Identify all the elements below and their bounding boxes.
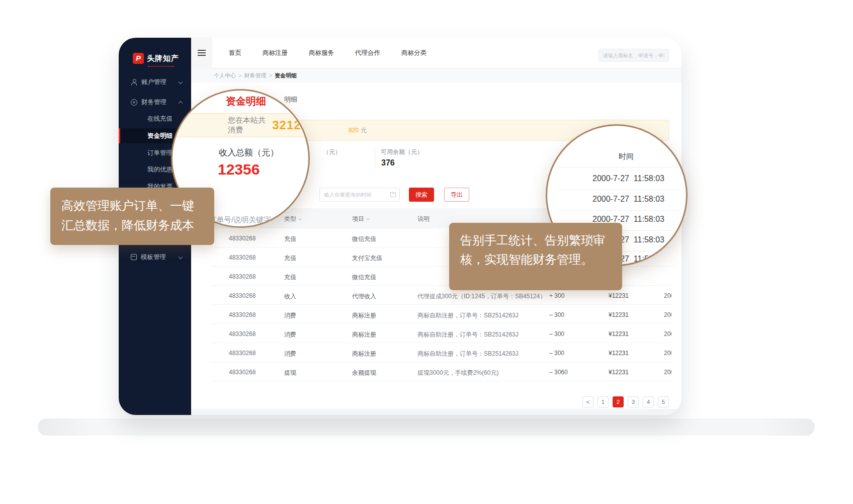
logo-tagline: [148, 66, 174, 67]
magnified-column-header: 订单号/说明关键字: [209, 215, 271, 225]
calendar-icon[interactable]: [390, 192, 396, 197]
banner-tail-value: 820: [349, 127, 359, 134]
chevron-up-icon: [179, 101, 183, 105]
cell-type: 消费: [284, 311, 296, 320]
time-query-input[interactable]: [320, 188, 386, 201]
breadcrumb-separator: >: [238, 72, 241, 78]
cell-time: 2000-7-27 11:58:03: [664, 330, 671, 338]
cell-desc: 商标自助注册，订单号：SB2514263J: [417, 350, 519, 358]
magnified-banner: 您在本站共消费 32124: [173, 113, 308, 137]
table-row: 48330268消费商标注册商标自助注册，订单号：SB2514263J– 300…: [211, 324, 671, 343]
table-row: 48330268消费商标注册商标自助注册，订单号：SB2514263J– 300…: [211, 343, 671, 362]
callout-left: 高效管理账户订单、一键汇总数据，降低财务成本: [50, 188, 214, 245]
coin-icon: ¥: [131, 99, 137, 106]
cell-type: 消费: [284, 350, 296, 358]
cell-project: 商标注册: [352, 350, 376, 358]
cell-desc: 提现3000元，手续费2%(60元): [417, 369, 498, 377]
tab-fragment[interactable]: 明细: [284, 95, 297, 104]
table-row: 48330268提现余额提现提现3000元，手续费2%(60元)– 3060¥1…: [211, 362, 671, 381]
cell-balance: ¥12231: [609, 330, 629, 338]
laptop-base: [38, 418, 815, 436]
stats-divider: [375, 146, 375, 167]
chevron-down-icon: [179, 255, 183, 259]
divider: [557, 210, 679, 211]
cell-order: 48330268: [229, 330, 255, 338]
cell-order: 48330268: [229, 311, 255, 318]
page: P 头牌知产 账户管理¥财务管理在线充值资金明细订单管理我的优惠券我的发票模板管…: [0, 0, 853, 504]
breadcrumb-item-财务管理[interactable]: 财务管理: [244, 72, 266, 79]
cell-time: 2000-7-27 11:58:03: [664, 292, 671, 299]
topnav-item-商标分类[interactable]: 商标分类: [391, 49, 437, 57]
balance-label: 可用余额（元）: [381, 148, 423, 156]
cell-time: 2000-7-27 11:58:03: [664, 369, 671, 376]
cell-time: 2000-7-27 11:58:03: [664, 350, 671, 357]
cell-type: 充值: [284, 235, 296, 243]
pagination: <12345: [191, 396, 669, 407]
top-navbar: 首页商标注册商标服务代理合作商标分类: [191, 38, 681, 68]
pagination-page-5[interactable]: 5: [658, 396, 669, 407]
topnav-menu: 首页商标注册商标服务代理合作商标分类: [218, 38, 437, 68]
cell-balance: ¥12231: [609, 292, 629, 299]
logo-text: 头牌知产: [147, 54, 179, 63]
cell-project: 代理收入: [352, 292, 376, 301]
cell-balance: ¥12231: [609, 311, 629, 318]
banner-unit: 元: [361, 126, 367, 135]
sidebar-group-模板管理[interactable]: 模板管理: [119, 249, 191, 265]
cell-amount: + 300: [549, 292, 564, 299]
callout-right: 告别手工统计、告别繁琐审核，实现智能财务管理。: [449, 223, 622, 290]
cell-order: 48330268: [229, 350, 255, 357]
topnav-item-商标注册[interactable]: 商标注册: [252, 49, 298, 57]
cell-amount: – 300: [549, 350, 564, 357]
expense-label-fragment: （元）: [323, 148, 341, 156]
pagination-prev-button[interactable]: <: [582, 396, 593, 407]
cell-amount: – 3060: [549, 369, 568, 376]
pagination-page-1[interactable]: 1: [598, 396, 609, 407]
cell-desc: 代理提成300元（ID:1245，订单号：SB45124）: [417, 292, 546, 301]
breadcrumb: 个人中心>财务管理>资金明细: [191, 68, 681, 82]
cell-order: 48330268: [229, 254, 255, 261]
balance-value: 376: [381, 158, 395, 167]
sidebar-group-账户管理[interactable]: 账户管理: [119, 74, 191, 90]
pagination-page-2[interactable]: 2: [613, 396, 624, 407]
cell-type: 充值: [284, 273, 296, 282]
column-header-type[interactable]: 类型: [284, 215, 301, 223]
column-header-desc: 说明: [417, 215, 430, 223]
cell-desc: 商标自助注册，订单号：SB2514263J: [417, 311, 519, 320]
topnav-item-首页[interactable]: 首页: [218, 49, 252, 57]
sort-caret-icon[interactable]: [366, 217, 370, 220]
magnified-time-value: 2000-7-27 11:58:03: [592, 195, 664, 204]
sidebar-group-label: 财务管理: [141, 98, 166, 107]
topnav-item-商标服务[interactable]: 商标服务: [298, 49, 345, 57]
breadcrumb-item-资金明细: 资金明细: [275, 72, 297, 79]
pagination-page-4[interactable]: 4: [643, 396, 654, 407]
pagination-page-3[interactable]: 3: [628, 396, 639, 407]
trademark-search-input[interactable]: [599, 49, 668, 61]
column-header-project[interactable]: 项目: [352, 215, 369, 223]
chevron-down-icon: [179, 80, 183, 84]
magnified-income-value: 12356: [218, 161, 260, 178]
cell-order: 48330268: [229, 369, 255, 376]
export-button[interactable]: 导出: [444, 188, 469, 202]
topnav-item-代理合作[interactable]: 代理合作: [345, 49, 391, 57]
hamburger-menu-icon[interactable]: [191, 38, 212, 68]
cell-type: 消费: [284, 330, 296, 339]
sort-caret-icon[interactable]: [298, 217, 302, 220]
cell-amount: – 300: [549, 330, 564, 338]
cell-amount: – 300: [549, 311, 564, 318]
sidebar-group-财务管理[interactable]: ¥财务管理: [119, 94, 191, 110]
cell-project: 商标注册: [352, 311, 376, 320]
cell-order: 48330268: [229, 273, 255, 280]
search-button[interactable]: 搜索: [409, 188, 434, 202]
table-row: 48330268消费商标注册商标自助注册，订单号：SB2514263J– 300…: [211, 305, 671, 324]
cell-desc: 商标自助注册，订单号：SB2514263J: [417, 330, 519, 339]
cell-order: 48330268: [229, 235, 255, 242]
logo[interactable]: P 头牌知产: [133, 53, 179, 64]
template-icon: [131, 254, 137, 260]
breadcrumb-separator: >: [269, 72, 272, 78]
cell-balance: ¥12231: [609, 369, 629, 376]
magnified-income-label: 收入总额（元）: [219, 147, 279, 158]
cell-order: 48330268: [229, 292, 255, 299]
sidebar-group-label: 模板管理: [141, 253, 166, 262]
logo-icon: P: [133, 53, 144, 64]
breadcrumb-item-个人中心[interactable]: 个人中心: [214, 72, 236, 79]
